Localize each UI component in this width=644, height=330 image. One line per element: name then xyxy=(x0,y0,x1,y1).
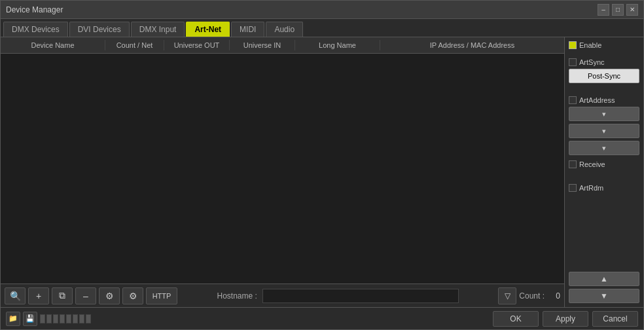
artsync-checkbox[interactable] xyxy=(569,58,577,66)
folder-icon: 📁 xyxy=(9,314,18,323)
remove-button[interactable]: – xyxy=(75,287,96,304)
filter-icon: ▽ xyxy=(505,291,510,301)
col-device-name: Device Name xyxy=(1,40,105,50)
receive-row: Receive xyxy=(569,160,639,168)
minus-icon: – xyxy=(83,291,88,301)
hostname-area: Hostname : xyxy=(180,289,495,303)
dropdown3-arrow: ▾ xyxy=(602,144,606,153)
count-label: Count : xyxy=(519,291,545,301)
arrow-down-icon: ▼ xyxy=(600,291,608,301)
footer-bar: 📁 💾 OK Apply Cancel xyxy=(1,307,643,329)
count-area: Count : 0 xyxy=(519,291,560,301)
settings-button[interactable]: ⚙ xyxy=(99,287,120,304)
search-icon: 🔍 xyxy=(10,291,21,301)
tab-midi[interactable]: MIDI xyxy=(231,22,264,37)
artrdm-label: ArtRdm xyxy=(579,184,603,192)
tab-dvi-devices[interactable]: DVI Devices xyxy=(69,22,130,37)
hostname-label: Hostname : xyxy=(217,291,257,301)
col-long-name: Long Name xyxy=(295,40,380,50)
maximize-button[interactable]: □ xyxy=(612,4,624,16)
postsync-button[interactable]: Post-Sync xyxy=(569,69,639,83)
progress-seg-6 xyxy=(73,314,78,323)
title-bar: Device Manager – □ ✕ xyxy=(1,1,643,19)
gear-icon: ⚙ xyxy=(105,291,114,301)
copy-icon: ⧉ xyxy=(59,290,65,301)
col-count-net: Count / Net xyxy=(105,40,164,50)
hostname-input[interactable] xyxy=(262,289,459,303)
http-button[interactable]: HTTP xyxy=(146,287,177,304)
arrow-up-icon: ▲ xyxy=(600,274,608,284)
tab-audio[interactable]: Audio xyxy=(266,22,303,37)
right-panel: Enable ArtSync Post-Sync ArtAddress ▾ ▾ … xyxy=(565,37,643,307)
copy-button[interactable]: ⧉ xyxy=(52,287,73,304)
add-button[interactable]: + xyxy=(28,287,49,304)
col-universe-out: Universe OUT xyxy=(164,40,230,50)
progress-seg-4 xyxy=(60,314,65,323)
arrow-up-button[interactable]: ▲ xyxy=(569,272,639,286)
dropdown2-button[interactable]: ▾ xyxy=(569,124,639,138)
progress-seg-8 xyxy=(86,314,91,323)
progress-seg-3 xyxy=(53,314,58,323)
search-button[interactable]: 🔍 xyxy=(5,287,26,304)
enable-label: Enable xyxy=(579,41,601,49)
col-ip-address: IP Address / MAC Address xyxy=(380,40,564,50)
tab-dmx-devices[interactable]: DMX Devices xyxy=(3,22,68,37)
device-manager-window: Device Manager – □ ✕ DMX Devices DVI Dev… xyxy=(0,0,644,330)
footer-progress xyxy=(40,314,91,323)
dropdown3-button[interactable]: ▾ xyxy=(569,141,639,155)
close-button[interactable]: ✕ xyxy=(626,4,638,16)
left-panel: Device Name Count / Net Universe OUT Uni… xyxy=(1,37,565,307)
gear2-icon: ⚙ xyxy=(129,291,137,301)
artaddress-label: ArtAddress xyxy=(579,96,615,104)
filter-button[interactable]: ▽ xyxy=(498,287,516,304)
progress-seg-1 xyxy=(40,314,45,323)
http-label: HTTP xyxy=(152,292,171,300)
tab-dmx-input[interactable]: DMX Input xyxy=(131,22,185,37)
artaddress-checkbox[interactable] xyxy=(569,96,577,104)
footer-icon-btn1[interactable]: 📁 xyxy=(6,312,20,326)
settings2-button[interactable]: ⚙ xyxy=(122,287,143,304)
window-controls: – □ ✕ xyxy=(598,4,638,16)
col-universe-in: Universe IN xyxy=(230,40,295,50)
artrdm-row: ArtRdm xyxy=(569,184,639,192)
window-title: Device Manager xyxy=(6,5,598,14)
save-icon: 💾 xyxy=(26,314,35,323)
cancel-button[interactable]: Cancel xyxy=(592,311,638,327)
table-header: Device Name Count / Net Universe OUT Uni… xyxy=(1,37,564,54)
artsync-row: ArtSync xyxy=(569,58,639,66)
footer-right: OK Apply Cancel xyxy=(493,311,638,327)
enable-checkbox[interactable] xyxy=(569,41,577,49)
artsync-label: ArtSync xyxy=(579,58,605,66)
dropdown2-arrow: ▾ xyxy=(602,127,606,136)
artaddress-row: ArtAddress xyxy=(569,96,639,104)
dropdown1-button[interactable]: ▾ xyxy=(569,107,639,121)
dropdown1-arrow: ▾ xyxy=(602,110,606,119)
progress-seg-7 xyxy=(79,314,84,323)
progress-seg-2 xyxy=(46,314,52,323)
tabs-bar: DMX Devices DVI Devices DMX Input Art-Ne… xyxy=(1,19,643,37)
receive-checkbox[interactable] xyxy=(569,160,577,168)
artrdm-checkbox[interactable] xyxy=(569,184,577,192)
footer-icon-btn2[interactable]: 💾 xyxy=(23,312,37,326)
receive-label: Receive xyxy=(579,160,605,168)
progress-seg-5 xyxy=(66,314,71,323)
minimize-button[interactable]: – xyxy=(598,4,609,16)
enable-row: Enable xyxy=(569,41,639,49)
bottom-toolbar: 🔍 + ⧉ – ⚙ ⚙ HTTP xyxy=(1,284,564,307)
apply-button[interactable]: Apply xyxy=(543,311,588,327)
main-content: Device Name Count / Net Universe OUT Uni… xyxy=(1,37,643,307)
add-icon: + xyxy=(36,291,41,301)
table-body xyxy=(1,54,564,284)
count-value: 0 xyxy=(547,291,560,301)
arrow-down-button[interactable]: ▼ xyxy=(569,289,639,303)
footer-left: 📁 💾 xyxy=(6,312,91,326)
tab-art-net[interactable]: Art-Net xyxy=(186,22,230,37)
ok-button[interactable]: OK xyxy=(493,311,539,327)
